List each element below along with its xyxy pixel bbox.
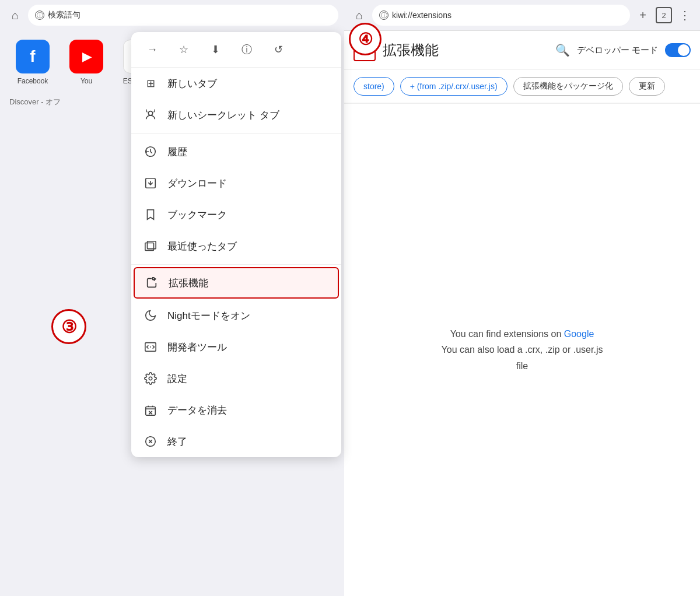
svg-rect-5 — [148, 241, 156, 249]
browser-bar-right: ⌂ ⓘ kiwi://extensions + 2 ⋮ — [344, 0, 700, 31]
bookmark-star-icon[interactable]: ☆ — [173, 39, 194, 60]
load-from-zip-button[interactable]: + (from .zip/.crx/.user.js) — [400, 77, 508, 96]
google-link[interactable]: Google — [564, 329, 594, 339]
recent-tabs-icon — [143, 239, 158, 254]
home-icon-left[interactable]: ⌂ — [6, 6, 24, 24]
menu-item-recent-tabs[interactable]: 最近使ったタブ — [131, 230, 341, 262]
plus-icon[interactable]: + — [634, 6, 652, 24]
menu-item-exit[interactable]: 終了 — [131, 426, 341, 457]
search-icon-ext[interactable]: 🔍 — [555, 43, 570, 57]
forward-icon[interactable]: → — [142, 39, 163, 60]
shortcut-facebook[interactable]: f Facebook — [9, 40, 56, 85]
bookmarks-icon — [143, 207, 158, 222]
history-label: 履歴 — [167, 145, 187, 159]
info-icon-right: ⓘ — [379, 10, 388, 20]
right-panel: ⌂ ⓘ kiwi://extensions + 2 ⋮ ≡ ④ 拡張機能 🔍 デ… — [344, 0, 700, 596]
incognito-label: 新しいシークレット タブ — [167, 108, 279, 122]
downloads-label: ダウンロード — [167, 177, 227, 190]
dropdown-menu: → ☆ ⬇ ⓘ ↺ ⊞ 新しいタブ 新しいシークレット タブ — [131, 32, 341, 457]
shortcut-youtube[interactable]: ▶ You — [63, 40, 110, 85]
extensions-menu-label: 拡張機能 — [169, 276, 208, 290]
extensions-page: ≡ ④ 拡張機能 🔍 デベロッパー モード store) + (from .zi… — [344, 31, 700, 596]
menu-item-bookmarks[interactable]: ブックマーク — [131, 199, 341, 230]
step-4-badge-container: ≡ ④ — [354, 39, 376, 61]
menu-item-settings[interactable]: 設定 — [131, 363, 341, 394]
devtools-icon — [143, 339, 158, 355]
menu-item-history[interactable]: 履歴 — [131, 136, 341, 167]
extensions-page-title: 拡張機能 — [383, 41, 548, 59]
incognito-icon — [143, 107, 158, 122]
svg-point-8 — [149, 377, 152, 380]
youtube-label: You — [80, 77, 92, 85]
menu-item-incognito[interactable]: 新しいシークレット タブ — [131, 99, 341, 131]
svg-rect-9 — [146, 407, 156, 416]
download-icon[interactable]: ⬇ — [205, 39, 226, 60]
address-bar-left[interactable]: ⓘ 検索語句 — [28, 5, 338, 26]
extensions-menu-icon — [144, 275, 159, 290]
facebook-icon: f — [16, 40, 50, 73]
package-extension-button[interactable]: 拡張機能をパッケージ化 — [513, 77, 623, 96]
menu-item-devtools[interactable]: 開発者ツール — [131, 331, 341, 363]
new-tab-label: 新しいタブ — [167, 77, 217, 90]
address-bar-url: kiwi://extensions — [392, 10, 452, 20]
browser-bar-left: ⌂ ⓘ 検索語句 — [0, 0, 344, 30]
exit-label: 終了 — [167, 435, 187, 448]
menu-item-downloads[interactable]: ダウンロード — [131, 167, 341, 199]
menu-item-night-mode[interactable]: Nightモードをオン — [131, 300, 341, 331]
settings-label: 設定 — [167, 372, 187, 385]
divider-2 — [131, 264, 341, 265]
night-mode-icon — [143, 308, 158, 323]
address-bar-right[interactable]: ⓘ kiwi://extensions — [372, 5, 630, 26]
page-info-icon[interactable]: ⓘ — [236, 39, 257, 60]
youtube-icon: ▶ — [69, 40, 103, 73]
tab-count-badge[interactable]: 2 — [656, 7, 672, 23]
developer-mode-toggle[interactable] — [665, 43, 691, 57]
exit-icon — [143, 434, 158, 449]
reload-icon[interactable]: ↺ — [268, 39, 289, 60]
downloads-icon — [143, 176, 158, 191]
extensions-empty-text: You can find extensions on Google You ca… — [442, 326, 603, 374]
toggle-knob — [678, 44, 690, 56]
recent-tabs-label: 最近使ったタブ — [167, 240, 237, 253]
settings-icon — [143, 371, 158, 386]
new-tab-icon: ⊞ — [143, 76, 158, 91]
extensions-buttons-row: store) + (from .zip/.crx/.user.js) 拡張機能を… — [344, 70, 700, 103]
store-button[interactable]: store) — [354, 77, 394, 96]
svg-point-0 — [148, 111, 152, 115]
address-bar-text-left: 検索語句 — [48, 10, 80, 20]
update-button[interactable]: 更新 — [629, 77, 665, 96]
info-icon-left: ⓘ — [35, 10, 44, 20]
home-icon-right[interactable]: ⌂ — [350, 6, 369, 24]
history-icon — [143, 144, 158, 159]
dropdown-top-icons: → ☆ ⬇ ⓘ ↺ — [131, 32, 341, 68]
extensions-empty-state: You can find extensions on Google You ca… — [344, 104, 700, 596]
menu-item-clear-data[interactable]: データを消去 — [131, 394, 341, 426]
divider-1 — [131, 133, 341, 134]
left-panel: ⌂ ⓘ 検索語句 f Facebook ▶ You E ESPN.co... Y… — [0, 0, 344, 596]
devtools-label: 開発者ツール — [167, 341, 227, 354]
more-menu-icon[interactable]: ⋮ — [676, 6, 694, 24]
developer-mode-label: デベロッパー モード — [577, 45, 658, 56]
menu-item-new-tab[interactable]: ⊞ 新しいタブ — [131, 68, 341, 99]
facebook-label: Facebook — [18, 77, 48, 85]
step-3-badge: ③ — [51, 309, 86, 344]
clear-data-label: データを消去 — [167, 404, 227, 417]
clear-data-icon — [143, 402, 158, 418]
night-mode-label: Nightモードをオン — [167, 309, 250, 322]
extensions-page-header: ≡ ④ 拡張機能 🔍 デベロッパー モード — [344, 31, 700, 70]
step-4-badge: ④ — [349, 23, 382, 55]
menu-item-extensions[interactable]: 拡張機能 — [134, 267, 339, 299]
bookmarks-label: ブックマーク — [167, 208, 227, 222]
svg-rect-4 — [145, 243, 154, 251]
